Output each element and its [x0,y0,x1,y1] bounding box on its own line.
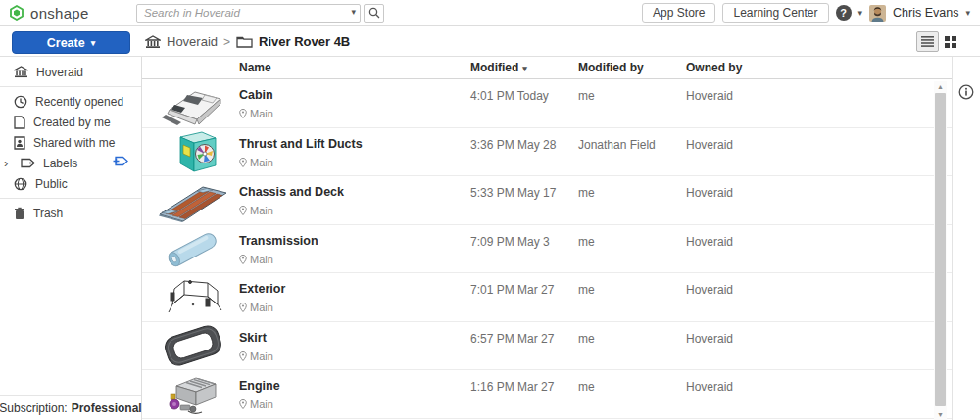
document-row-skirt[interactable]: Skirt Main 6:57 PM Mar 27 me Hoveraid [142,322,952,371]
avatar[interactable] [869,5,886,22]
create-button-label: Create [47,36,85,50]
workspace-label: Main [239,157,273,168]
search-input-wrap: ▾ [136,4,361,23]
search-button[interactable] [364,4,384,23]
modified-cell: 4:01 PM Today [470,89,549,103]
sidebar: Hoveraid Recently opened Created by me S… [0,57,142,420]
add-label-icon[interactable] [113,156,128,169]
modified-cell: 1:16 PM Mar 27 [470,380,554,394]
exterior-thumbnail [152,275,234,319]
workspace-label: Main [239,254,273,265]
workspace-pin-icon [239,303,247,312]
modified-cell: 5:33 PM May 17 [470,186,556,200]
owned-by-cell: Hoveraid [686,235,733,249]
document-row-engine[interactable]: Engine Main 1:16 PM Mar 27 me Hoveraid [142,370,952,419]
document-name: Engine [239,379,280,393]
transmission-thumbnail [152,227,234,271]
table-header: Name Modified▾ Modified by Owned by [142,57,952,79]
breadcrumb-separator-icon: > [223,35,230,49]
list-view-button[interactable] [916,31,939,52]
sort-desc-icon: ▾ [522,64,527,73]
document-row-exterior[interactable]: Exterior Main 7:01 PM Mar 27 me Hoveraid [142,273,952,322]
sidebar-item-hoveraid[interactable]: Hoveraid [0,62,141,82]
document-row-cabin[interactable]: Cabin Main 4:01 PM Today me Hoveraid [142,79,952,128]
document-row-chassis-and-deck[interactable]: Chassis and Deck Main 5:33 PM May 17 me … [142,176,952,225]
sidebar-item-public[interactable]: Public [0,173,141,194]
modified-by-cell: me [578,283,595,297]
workspace-label: Main [239,108,273,119]
breadcrumb: Hoveraid > River Rover 4B [145,26,350,57]
help-icon[interactable]: ? [836,5,852,21]
sidebar-item-shared-with-me[interactable]: Shared with me [0,132,141,153]
sidebar-item-recently-opened[interactable]: Recently opened [0,91,141,112]
enterprise-icon [145,35,161,49]
modified-by-cell: me [578,380,595,394]
document-name: Chassis and Deck [239,185,344,199]
sidebar-item-label: Public [35,177,68,191]
view-toggles [916,31,961,52]
chassis-and-deck-thumbnail [152,178,234,222]
modified-cell: 6:57 PM Mar 27 [470,332,554,346]
scroll-up-icon[interactable]: ▲ [934,81,947,92]
learning-center-button[interactable]: Learning Center [722,3,828,23]
vertical-scrollbar[interactable]: ▲ ▼ [934,81,947,420]
onshape-logo[interactable]: onshape [0,5,136,22]
sidebar-item-created-by-me[interactable]: Created by me [0,112,141,132]
sidebar-item-label: Trash [33,207,63,220]
cabin-thumbnail [152,81,234,125]
shared-document-icon [14,136,25,150]
grid-view-icon [945,36,956,48]
owned-by-cell: Hoveraid [686,89,733,103]
workspace-label: Main [239,205,273,216]
info-icon[interactable] [958,84,974,103]
chevron-right-icon[interactable]: › [4,156,13,170]
column-header-owned-by[interactable]: Owned by [686,61,742,74]
column-header-modified-by[interactable]: Modified by [578,61,644,74]
workspace-label: Main [239,398,273,410]
grid-view-button[interactable] [939,31,961,52]
thrust-and-lift-ducts-thumbnail [152,130,234,174]
engine-thumbnail [152,372,234,416]
user-name[interactable]: Chris Evans [893,6,958,20]
owned-by-cell: Hoveraid [686,380,733,394]
clock-icon [14,95,27,109]
scrollbar-thumb[interactable] [935,93,946,406]
column-header-modified[interactable]: Modified▾ [470,61,527,74]
app-store-button[interactable]: App Store [642,3,715,23]
column-header-name[interactable]: Name [239,61,271,74]
help-caret-icon[interactable]: ▾ [858,8,863,18]
workspace-label: Main [239,302,273,313]
sidebar-divider [0,86,141,87]
label-tag-icon [21,158,35,168]
folder-icon [236,35,253,48]
workspace-pin-icon [239,109,247,118]
avatar-photo [869,5,886,22]
user-caret-icon[interactable]: ▾ [965,8,970,18]
modified-cell: 7:01 PM Mar 27 [470,283,554,297]
sidebar-item-label: Created by me [33,116,111,129]
scroll-down-icon[interactable]: ▼ [934,409,947,420]
search-scope-caret-icon[interactable]: ▾ [351,7,356,17]
trash-icon [14,207,25,220]
modified-cell: 7:09 PM May 3 [470,235,550,249]
toolbar: Create ▾ Hoveraid > River Rover 4B [0,26,980,57]
search-input[interactable] [136,4,361,23]
create-button[interactable]: Create ▾ [12,31,130,54]
workspace-pin-icon [239,351,247,361]
list-view-icon [921,36,934,47]
breadcrumb-root[interactable]: Hoveraid [167,34,218,49]
right-gutter [953,57,980,420]
modified-by-cell: me [578,186,595,200]
sidebar-item-label: Shared with me [33,136,115,150]
document-row-transmission[interactable]: Transmission Main 7:09 PM May 3 me Hover… [142,225,952,274]
search-icon [368,7,380,19]
document-row-thrust-and-lift-ducts[interactable]: Thrust and Lift Ducts Main 3:36 PM May 2… [142,128,952,177]
sidebar-item-trash[interactable]: Trash [0,203,141,223]
create-caret-icon: ▾ [91,38,96,48]
workspace-pin-icon [239,206,247,215]
document-name: Skirt [239,331,267,345]
sidebar-item-labels[interactable]: › Labels [0,153,141,173]
modified-by-cell: Jonathan Field [578,138,656,152]
document-icon [14,116,25,129]
skirt-thumbnail [152,324,234,368]
